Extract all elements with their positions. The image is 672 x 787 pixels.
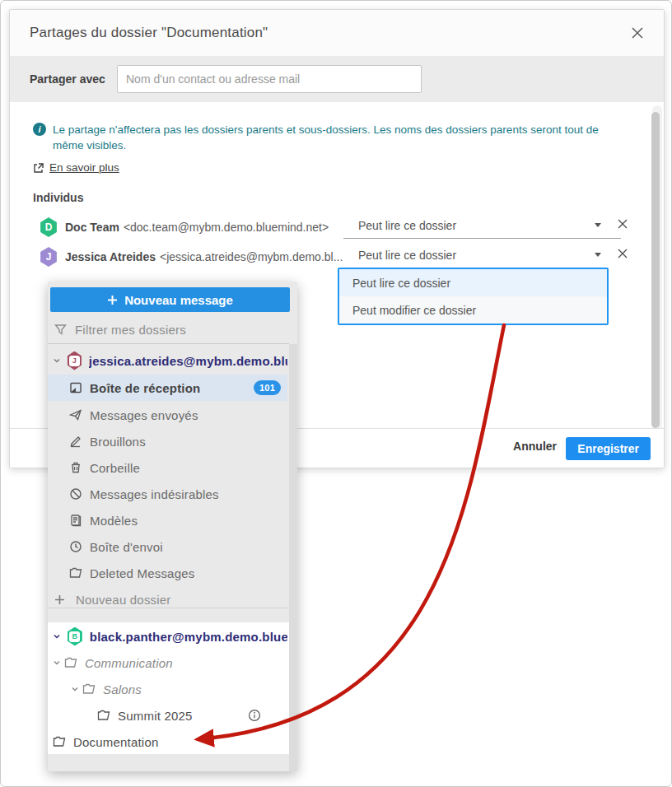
new-message-button[interactable]: Nouveau message [50, 287, 290, 312]
app-window: Partages du dossier "Documentation" Part… [0, 0, 672, 787]
plus-icon [107, 295, 118, 305]
chevron-down-icon [595, 253, 601, 257]
external-link-icon [33, 162, 44, 174]
info-circle-icon[interactable] [248, 709, 261, 722]
plus-icon [54, 594, 66, 605]
inbox-icon [69, 381, 83, 394]
share-name: Jessica Atreides [65, 250, 156, 263]
chevron-down-icon [53, 632, 61, 640]
share-name: Doc Team [65, 221, 119, 234]
ban-icon [69, 487, 83, 501]
permission-dropdown: Peut lire ce dossier Peut modifier ce do… [338, 268, 609, 325]
sidebar-divider [48, 608, 289, 608]
trash-icon [69, 461, 83, 474]
chevron-down-icon [53, 659, 61, 667]
template-icon [69, 514, 83, 527]
share-email: <jessica.atreides@mybm.demo.bl... [160, 250, 343, 263]
remove-share-icon[interactable] [616, 247, 631, 262]
filter-folders-input[interactable]: Filtrer mes dossiers [48, 315, 289, 344]
dialog-header: Partages du dossier "Documentation" [10, 10, 664, 56]
sidebar-folder-communication[interactable]: Communication [48, 650, 287, 676]
sidebar-item-templates[interactable]: Modèles [48, 507, 287, 533]
individuals-section-title: Individus [33, 191, 83, 204]
sidebar-folder-summit-2025[interactable]: Summit 2025 [48, 702, 287, 729]
folder-icon [53, 735, 67, 748]
permission-select-open[interactable]: Peut lire ce dossier [343, 242, 621, 268]
sidebar-folder-salons[interactable]: Salons [48, 676, 287, 702]
sidebar-account-jessica[interactable]: J jessica.atreides@mybm.demo.blue... [48, 347, 287, 374]
unread-count-badge: 101 [254, 380, 281, 395]
avatar: D [40, 217, 58, 237]
scrollbar-thumb[interactable] [651, 112, 660, 428]
sidebar-scrollbar[interactable] [289, 344, 297, 771]
close-icon[interactable] [629, 25, 646, 41]
remove-share-icon[interactable] [616, 217, 631, 232]
share-row: D Doc Team <doc.team@mybm.demo.bluemind.… [40, 217, 329, 237]
filter-icon [54, 324, 67, 336]
avatar: J [40, 247, 58, 267]
info-icon: i [33, 123, 46, 136]
folder-icon [82, 682, 96, 696]
share-with-label: Partager avec [30, 72, 105, 86]
sidebar-item-sent[interactable]: Messages envoyés [48, 402, 287, 428]
sidebar-account-black-panther[interactable]: B black.panther@mybm.demo.blue... [48, 623, 287, 650]
sidebar-item-drafts[interactable]: Brouillons [48, 428, 287, 454]
sidebar-item-inbox[interactable]: Boîte de réception 101 [48, 375, 287, 401]
folder-icon [69, 566, 83, 580]
sidebar-item-trash[interactable]: Corbeille [48, 454, 287, 481]
folder-icon [97, 709, 111, 722]
chevron-down-icon [595, 223, 601, 227]
dialog-scrollbar[interactable] [652, 105, 662, 435]
send-icon [69, 408, 83, 421]
permission-select[interactable]: Peut lire ce dossier [343, 212, 621, 239]
avatar: J [67, 352, 82, 370]
sidebar-item-junk[interactable]: Messages indésirables [48, 481, 287, 507]
sidebar-item-outbox[interactable]: Boîte d'envoi [48, 533, 287, 560]
share-with-bar: Partager avec [10, 56, 664, 102]
sidebar-item-deleted-messages[interactable]: Deleted Messages [48, 560, 287, 586]
avatar: B [67, 627, 83, 646]
chevron-down-icon [71, 685, 79, 693]
dropdown-option-read[interactable]: Peut lire ce dossier [339, 269, 607, 296]
dropdown-option-modify[interactable]: Peut modifier ce dossier [339, 296, 607, 324]
folder-icon [64, 656, 78, 669]
mail-folder-sidebar: Nouveau message Filtrer mes dossiers J j… [48, 282, 297, 771]
chevron-down-icon [53, 356, 61, 365]
learn-more-link[interactable]: En savoir plus [33, 161, 119, 174]
share-row: J Jessica Atreides <jessica.atreides@myb… [40, 247, 343, 267]
cancel-button[interactable]: Annuler [513, 440, 557, 453]
pencil-icon [69, 435, 83, 448]
clock-icon [69, 540, 83, 553]
dialog-title: Partages du dossier "Documentation" [30, 25, 268, 41]
share-email: <doc.team@mybm.demo.bluemind.net> [124, 221, 329, 234]
info-message: Le partage n'affectera pas les dossiers … [53, 122, 619, 153]
share-with-input[interactable] [117, 65, 422, 93]
sidebar-folder-documentation[interactable]: Documentation [48, 729, 287, 755]
save-button[interactable]: Enregistrer [566, 437, 651, 460]
new-folder-button[interactable]: Nouveau dossier [48, 586, 287, 612]
